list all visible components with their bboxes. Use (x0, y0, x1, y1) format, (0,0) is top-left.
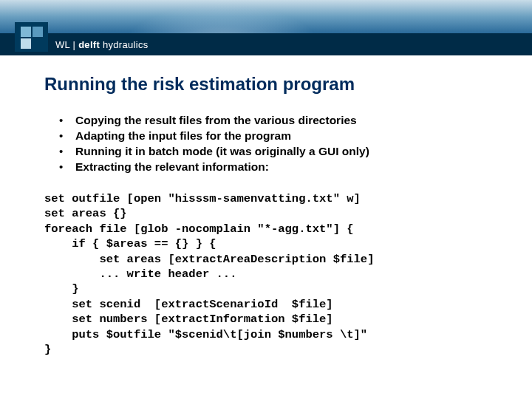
list-item: Copying the result files from the variou… (59, 113, 491, 129)
list-item: Running it in batch mode (it was origina… (59, 144, 491, 160)
brand-text: WL | delft hydraulics (55, 39, 149, 50)
code-block: set outfile [open "hisssm-samenvatting.t… (44, 191, 491, 358)
slide-title: Running the risk estimation program (44, 74, 491, 95)
brand-suffix: hydraulics (103, 39, 149, 50)
content-area: Running the risk estimation program Copy… (0, 55, 532, 358)
brand-prefix: WL | (55, 39, 78, 50)
slide-header: WL | delft hydraulics (0, 0, 532, 55)
bullet-list: Copying the result files from the variou… (59, 113, 491, 175)
logo-icon (15, 22, 48, 52)
list-item: Adapting the input files for the program (59, 129, 491, 144)
brand-bold: delft (78, 39, 103, 50)
list-item: Extracting the relevant information: (59, 160, 491, 175)
